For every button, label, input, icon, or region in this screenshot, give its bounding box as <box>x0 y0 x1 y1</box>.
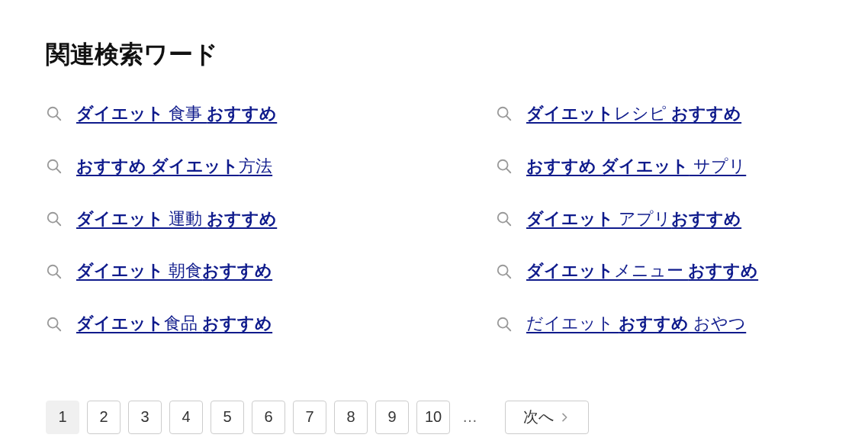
svg-line-9 <box>56 221 60 225</box>
search-icon <box>46 211 63 227</box>
related-search-link[interactable]: ダイエット食品 おすすめ <box>76 312 272 336</box>
page-5-button[interactable]: 5 <box>211 401 244 434</box>
search-icon <box>46 105 63 122</box>
svg-line-19 <box>506 327 510 330</box>
svg-line-7 <box>506 169 510 172</box>
related-search-item[interactable]: ダイエット 食事 おすすめ <box>46 102 473 126</box>
search-icon <box>46 158 63 175</box>
page-9-button[interactable]: 9 <box>375 401 409 434</box>
related-search-item[interactable]: おすすめ ダイエット サプリ <box>496 155 822 179</box>
search-icon <box>46 263 63 280</box>
related-search-link[interactable]: おすすめ ダイエット方法 <box>76 155 272 179</box>
pagination: 12345678910…次へ <box>46 401 822 434</box>
search-icon <box>496 316 513 333</box>
svg-line-13 <box>56 274 60 278</box>
next-page-label: 次へ <box>523 407 554 427</box>
page-2-button[interactable]: 2 <box>87 401 121 434</box>
page-10-button[interactable]: 10 <box>416 401 450 434</box>
related-search-link[interactable]: だイエット おすすめ おやつ <box>526 312 746 336</box>
svg-line-5 <box>56 169 60 172</box>
search-icon <box>496 158 513 175</box>
related-search-link[interactable]: ダイエット 運動 おすすめ <box>76 208 277 231</box>
page-ellipsis: … <box>458 408 482 426</box>
related-search-item[interactable]: ダイエットメニュー おすすめ <box>496 259 822 283</box>
page-3-button[interactable]: 3 <box>128 401 162 434</box>
related-search-item[interactable]: おすすめ ダイエット方法 <box>46 155 473 179</box>
related-searches-title: 関連検索ワード <box>46 38 822 72</box>
related-searches-grid: ダイエット 食事 おすすめダイエットレシピ おすすめおすすめ ダイエット方法おす… <box>46 102 822 336</box>
related-search-link[interactable]: ダイエットレシピ おすすめ <box>526 102 741 126</box>
page-6-button[interactable]: 6 <box>252 401 285 434</box>
related-search-item[interactable]: だイエット おすすめ おやつ <box>496 312 822 336</box>
related-search-item[interactable]: ダイエット 朝食おすすめ <box>46 259 473 283</box>
search-icon <box>496 105 513 122</box>
page-4-button[interactable]: 4 <box>169 401 203 434</box>
related-search-link[interactable]: おすすめ ダイエット サプリ <box>526 155 746 179</box>
related-search-item[interactable]: ダイエット食品 おすすめ <box>46 312 473 336</box>
related-search-link[interactable]: ダイエット アプリおすすめ <box>526 208 741 231</box>
related-search-link[interactable]: ダイエット 食事 おすすめ <box>76 102 277 126</box>
related-search-link[interactable]: ダイエットメニュー おすすめ <box>526 259 758 283</box>
related-search-link[interactable]: ダイエット 朝食おすすめ <box>76 259 272 283</box>
svg-line-11 <box>506 221 510 225</box>
related-search-item[interactable]: ダイエットレシピ おすすめ <box>496 102 822 126</box>
svg-line-15 <box>506 274 510 278</box>
page-1-button: 1 <box>46 401 79 434</box>
next-page-button[interactable]: 次へ <box>505 401 589 434</box>
svg-line-3 <box>506 116 510 120</box>
page-7-button[interactable]: 7 <box>293 401 326 434</box>
page-8-button[interactable]: 8 <box>334 401 368 434</box>
search-icon <box>46 316 63 333</box>
svg-line-1 <box>56 116 60 120</box>
chevron-right-icon <box>558 411 571 423</box>
search-icon <box>496 211 513 227</box>
search-icon <box>496 263 513 280</box>
related-search-item[interactable]: ダイエット アプリおすすめ <box>496 208 822 231</box>
related-search-item[interactable]: ダイエット 運動 おすすめ <box>46 208 473 231</box>
svg-line-17 <box>56 327 60 330</box>
